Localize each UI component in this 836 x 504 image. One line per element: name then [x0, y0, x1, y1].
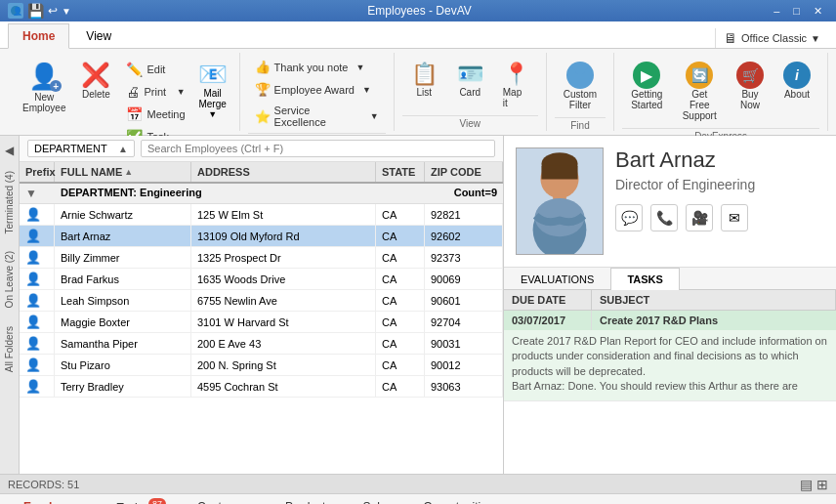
bottom-tab-employees[interactable]: Employees: [8, 496, 101, 505]
card-label: Card: [459, 87, 481, 98]
quick-access-undo[interactable]: ↩: [48, 4, 58, 18]
cell-prefix: 👤: [20, 355, 55, 375]
view-icon-grid[interactable]: ⊞: [816, 477, 828, 492]
office-classic-selector[interactable]: 🖥 Office Classic ▼: [715, 28, 828, 48]
quick-letter-group: 👍 Thank you note ▼ 🏆 Employee Award ▼ ⭐ …: [240, 53, 395, 131]
bottom-tab-opportunities[interactable]: Opportunities: [407, 496, 508, 505]
contact-icons: 💬 📞 🎥 ✉: [615, 204, 824, 231]
cell-prefix: 👤: [20, 290, 55, 311]
edit-button[interactable]: ✏️ Edit: [119, 59, 191, 80]
mail-merge-button[interactable]: 📧 MailMerge ▼: [194, 57, 231, 123]
video-button[interactable]: 🎥: [686, 204, 713, 231]
col-fullname[interactable]: FULL NAME ▲: [55, 162, 191, 182]
table-row[interactable]: 👤 Stu Pizaro 200 N. Spring St CA 90012: [20, 355, 503, 376]
minimize-button[interactable]: –: [768, 3, 785, 20]
delete-button[interactable]: ❌ Delete: [74, 57, 117, 105]
about-button[interactable]: i About: [774, 57, 819, 105]
right-panel: Bart Arnaz Director of Engineering 💬 📞 🎥…: [504, 136, 836, 474]
new-employee-button[interactable]: 👤 + NewEmployee: [16, 57, 72, 118]
task-due-date: 03/07/2017: [504, 311, 592, 330]
list-label: List: [416, 87, 432, 98]
more-tabs-button[interactable]: ···: [513, 500, 524, 505]
bottom-tab-customers[interactable]: Customers: [182, 496, 270, 505]
cell-prefix: 👤: [20, 204, 55, 225]
print-icon: 🖨: [126, 84, 140, 100]
col-subject[interactable]: SUBJECT: [592, 290, 836, 310]
get-free-support-button[interactable]: 🔄 Get FreeSupport: [673, 57, 726, 126]
col-address[interactable]: ADDRESS: [191, 162, 376, 182]
table-row[interactable]: 👤 Terry Bradley 4595 Cochran St CA 93063: [20, 376, 503, 398]
tab-tasks[interactable]: TASKS: [610, 268, 679, 290]
list-view-button[interactable]: 📋 List: [402, 57, 446, 103]
table-row[interactable]: 👤 Billy Zimmer 1325 Prospect Dr CA 92373: [20, 247, 503, 269]
map-label: Map it: [503, 87, 529, 108]
table-row[interactable]: 👤 Leah Simpson 6755 Newlin Ave CA 90601: [20, 290, 503, 312]
col-zipcode[interactable]: ZIP CODE: [425, 162, 503, 182]
monitor-icon: 🖥: [724, 30, 737, 46]
cell-name: Samantha Piper: [55, 333, 191, 354]
cell-name: Stu Pizaro: [55, 355, 191, 375]
buy-icon: 🛒: [736, 62, 764, 89]
about-label: About: [784, 89, 810, 100]
get-free-support-label: Get FreeSupport: [682, 89, 717, 121]
mail-merge-icon: 📧: [198, 61, 228, 88]
person-icon: 👤: [25, 272, 41, 286]
ribbon-content: 👤 + NewEmployee ❌ Delete ✏️ Edit: [0, 49, 836, 135]
card-view-button[interactable]: 🪪 Card: [448, 57, 492, 103]
cell-zip: 90031: [425, 333, 503, 354]
sidebar-tab-on-leave[interactable]: On Leave (2): [1, 243, 18, 315]
quick-access-dropdown[interactable]: ▼: [62, 6, 71, 17]
view-icon-list[interactable]: ▤: [800, 477, 813, 492]
chat-button[interactable]: 💬: [615, 204, 643, 231]
col-due-date[interactable]: DUE DATE: [504, 290, 592, 310]
bottom-tab-tasks[interactable]: Tasks87: [101, 495, 182, 505]
dept-expand-icon[interactable]: ▼: [20, 184, 55, 203]
table-row-selected[interactable]: 👤 Bart Arnaz 13109 Old Myford Rd CA 9260…: [20, 226, 503, 247]
maximize-button[interactable]: □: [787, 3, 806, 20]
thank-you-note-button[interactable]: 👍 Thank you note ▼: [248, 57, 386, 77]
cell-zip: 90069: [425, 269, 503, 289]
sidebar-tab-all-folders[interactable]: All Folders: [1, 318, 18, 380]
card-icon: 🪪: [457, 62, 483, 87]
sidebar-expand-button[interactable]: ◀: [1, 140, 18, 161]
cell-address: 1635 Woods Drive: [191, 269, 376, 289]
tasks-evaluations-panel: EVALUATIONS TASKS DUE DATE SUBJECT 03/07…: [504, 268, 836, 474]
tab-home[interactable]: Home: [8, 23, 69, 49]
getting-started-button[interactable]: ▶ GettingStarted: [622, 57, 671, 115]
cell-state: CA: [376, 269, 425, 289]
col-state[interactable]: STATE: [376, 162, 425, 182]
employee-card: Bart Arnaz Director of Engineering 💬 📞 🎥…: [504, 136, 836, 268]
buy-now-button[interactable]: 🛒 BuyNow: [728, 57, 773, 115]
bottom-tab-products[interactable]: Products: [270, 496, 347, 505]
tab-view[interactable]: View: [71, 22, 126, 48]
status-right: ▤ ⊞: [800, 477, 828, 492]
meeting-button[interactable]: 📅 Meeting: [119, 104, 191, 125]
close-button[interactable]: ✕: [808, 3, 828, 20]
map-view-button[interactable]: 📍 Map it: [494, 57, 538, 113]
tab-evaluations[interactable]: EVALUATIONS: [504, 268, 610, 290]
col-prefix[interactable]: Prefix: [20, 162, 55, 182]
table-row[interactable]: 👤 Maggie Boxter 3101 W Harvard St CA 927…: [20, 312, 503, 333]
dept-group-name: DEPARTMENT: Engineering: [61, 187, 202, 200]
table-row[interactable]: 👤 Samantha Piper 200 E Ave 43 CA 90031: [20, 333, 503, 355]
table-row[interactable]: 👤 Brad Farkus 1635 Woods Drive CA 90069: [20, 269, 503, 290]
quick-access-save[interactable]: 💾: [27, 3, 44, 19]
cell-prefix: 👤: [20, 333, 55, 354]
search-input[interactable]: [141, 140, 495, 157]
email-button[interactable]: ✉: [721, 204, 748, 231]
department-selector[interactable]: DEPARTMENT ▲: [27, 140, 135, 157]
cell-prefix: 👤: [20, 376, 55, 397]
task-row: 03/07/2017 Create 2017 R&D Plans Create …: [504, 311, 836, 401]
custom-filter-button[interactable]: CustomFilter: [555, 57, 606, 115]
table-row[interactable]: 👤 Arnie Schwartz 125 W Elm St CA 92821: [20, 204, 503, 226]
employee-award-button[interactable]: 🏆 Employee Award ▼: [248, 79, 386, 100]
phone-button[interactable]: 📞: [650, 204, 678, 231]
service-excellence-button[interactable]: ⭐ Service Excellence ▼: [248, 102, 386, 131]
about-icon: i: [783, 62, 811, 89]
sidebar-tab-terminated[interactable]: Terminated (4): [1, 163, 18, 241]
bottom-tab-sales[interactable]: Sales: [347, 496, 407, 505]
employee-award-label: Employee Award: [274, 84, 355, 96]
filter-bar: DEPARTMENT ▲: [20, 136, 503, 162]
excellence-dropdown-icon: ▼: [370, 111, 379, 121]
print-button[interactable]: 🖨 Print ▼: [119, 81, 191, 103]
